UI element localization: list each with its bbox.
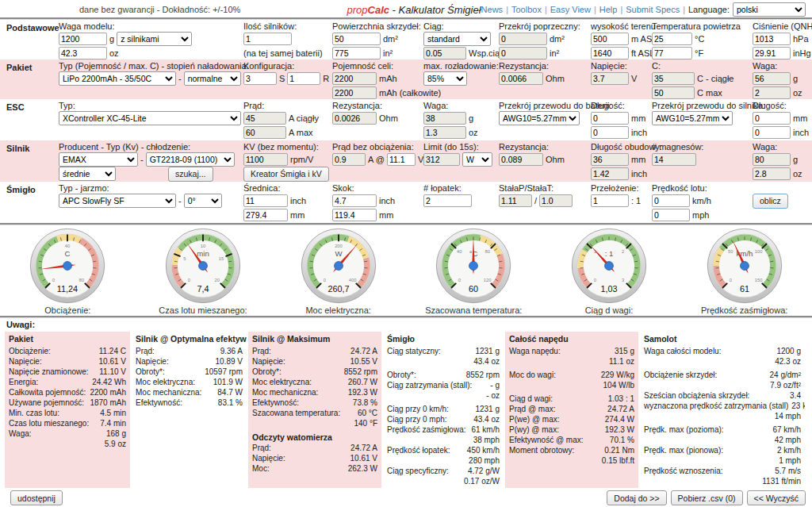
nav-link-toolbox[interactable]: Toolbox — [511, 5, 542, 14]
powierzchnia-skrzydel-input[interactable] — [332, 47, 381, 60]
waga-esc-input[interactable] — [423, 112, 466, 125]
waga-esc-label: Waga: — [423, 101, 499, 111]
limit-mocy-label: Limit (do 15s): — [423, 142, 499, 152]
temperatura-powietrza-input[interactable] — [652, 47, 692, 60]
clear-button[interactable]: << Wyczyść — [747, 490, 806, 505]
waga-pakietu-input[interactable] — [753, 72, 791, 85]
skok-input[interactable] — [332, 209, 377, 221]
limit-mocy-select[interactable]: W — [462, 152, 492, 167]
svg-text:10: 10 — [201, 244, 206, 248]
przelozenie-input[interactable] — [591, 194, 629, 207]
ciag-select[interactable]: standard — [423, 32, 491, 46]
kv-input[interactable] — [243, 153, 288, 166]
predkosc-lotu-input[interactable] — [652, 209, 690, 221]
przewod-baterii-select[interactable]: AWG10=5.27mm² — [499, 111, 580, 125]
form-row-pakiet: PakietTyp (Pojemność / max. C) - stopień… — [0, 60, 812, 99]
waga-silnika-input[interactable] — [753, 153, 791, 166]
prad-bez-obciazenia-input[interactable] — [332, 153, 366, 166]
dlugosc-przewodu-silnika-input[interactable] — [753, 112, 791, 125]
ciag-input[interactable] — [423, 47, 466, 60]
cisnienie-qnh-input[interactable] — [753, 47, 791, 60]
c-rating-input[interactable] — [652, 86, 695, 99]
nav-link-submit-specs[interactable]: Submit Specs — [626, 5, 680, 14]
nav-link-easy-view[interactable]: Easy View — [550, 5, 591, 14]
language-select[interactable]: polski — [733, 2, 806, 17]
rezystancja-pakietu-input[interactable] — [499, 72, 543, 85]
srednica-input[interactable] — [243, 209, 288, 221]
magnesy-input[interactable] — [652, 153, 696, 166]
stalap-stalat-input[interactable] — [539, 194, 573, 207]
producent-typ-select[interactable]: EMAX — [59, 152, 138, 167]
napiecie-celi-input[interactable] — [591, 72, 629, 85]
nav-link-help[interactable]: Help — [599, 5, 618, 14]
pojemnosc-celi-input[interactable] — [332, 86, 377, 99]
rezystancja-esc-input[interactable] — [332, 112, 377, 125]
stalap-stalat-input[interactable] — [499, 194, 532, 207]
typ-pakietu-select[interactable]: LiPo 2200mAh - 35/50C — [59, 71, 176, 86]
konfiguracja-input[interactable] — [287, 72, 320, 85]
przekroj-poprzeczny-input[interactable] — [499, 33, 547, 45]
srednica-input[interactable] — [243, 194, 288, 207]
result-value: 7.4 min — [100, 418, 126, 428]
dlugosc-przewodu-baterii-input[interactable] — [591, 112, 629, 125]
form-row-smiglo: ŚmigłoTyp - jarzmo:APC SlowFly SF-0°Śred… — [0, 182, 812, 223]
predkosc-lotu-input[interactable] — [652, 194, 690, 207]
waga-esc-input[interactable] — [423, 126, 466, 139]
pojemnosc-celi-input[interactable] — [332, 72, 377, 85]
producent-typ-select[interactable]: GT2218-09 (1100) — [146, 152, 235, 167]
c-rating-input[interactable] — [652, 72, 695, 85]
typ-smigla-select[interactable]: APC SlowFly SF — [59, 194, 176, 208]
max-rozladowanie-select[interactable]: 85% — [423, 71, 467, 86]
dlugosc-przewodu-baterii-input[interactable] — [591, 126, 629, 139]
przewod-silnika-select[interactable]: AWG10=5.27mm² — [652, 111, 733, 125]
wysokosc-terenu-input[interactable] — [591, 33, 629, 45]
share-button[interactable]: udostępnij — [10, 490, 63, 505]
waga-silnika-input[interactable] — [753, 167, 791, 180]
rezystancja-silnika-input[interactable] — [499, 153, 543, 166]
result-value: 10.61 V — [350, 453, 377, 463]
waga-pakietu-input[interactable] — [753, 86, 791, 99]
result-label: Prąd: — [136, 346, 155, 356]
skok-input[interactable] — [332, 194, 377, 207]
producent-typ-button[interactable]: szukaj... — [168, 167, 213, 182]
header-links: News|Toolbox|Easy View|Help|Submit Specs… — [481, 5, 688, 14]
waga-modelu-input[interactable] — [59, 47, 107, 60]
ilosc-silnikow-input[interactable] — [243, 33, 292, 45]
result-label: Moc do wagi: — [509, 370, 556, 380]
producent-typ-select[interactable]: średnie — [59, 167, 116, 181]
lopatki-input[interactable] — [423, 194, 472, 207]
oblicz-button[interactable]: oblicz — [753, 194, 788, 209]
konfiguracja-input[interactable] — [243, 72, 277, 85]
download-csv-button[interactable]: Pobierz .csv (0) — [671, 490, 743, 505]
kv-button[interactable]: Kreator Śmigła i kV — [243, 167, 329, 182]
add-to-button[interactable]: Dodaj do >> — [607, 490, 666, 505]
dlugosc-obudowy-input[interactable] — [591, 153, 629, 166]
wysokosc-terenu-input[interactable] — [591, 47, 629, 60]
typ-smigla-select[interactable]: 0° — [184, 194, 222, 208]
prad-esc-input[interactable] — [243, 126, 286, 139]
prad-bez-obciazenia-input[interactable] — [387, 153, 416, 166]
result-value: 1 mph — [779, 455, 801, 466]
group-max-rozladowanie: max. rozładowanie:85% — [423, 61, 499, 86]
temperatura-powietrza-input[interactable] — [652, 33, 692, 45]
nav-link-news[interactable]: News — [481, 5, 504, 14]
wysokosc-terenu-label: wysokość terenu — [591, 21, 652, 32]
powierzchnia-skrzydel-input[interactable] — [332, 33, 381, 45]
przekroj-poprzeczny-input[interactable] — [499, 47, 547, 60]
limit-mocy-input[interactable] — [423, 153, 460, 166]
field-line: g — [753, 152, 810, 167]
waga-modelu-select[interactable]: z silnikami — [117, 32, 192, 46]
dlugosc-przewodu-silnika-input[interactable] — [753, 126, 791, 139]
result-value: 24.72 A — [350, 443, 377, 453]
prad-esc-input[interactable] — [243, 112, 286, 125]
typ-pakietu-select[interactable]: normalne — [184, 71, 241, 86]
dlugosc-obudowy-input[interactable] — [591, 167, 629, 180]
waga-modelu-label: Waga modelu: — [59, 21, 243, 32]
typ-esc-select[interactable]: XController XC-45-Lite — [59, 111, 241, 125]
temperatura-powietrza-unit: °C — [695, 34, 704, 44]
waga-modelu-input[interactable] — [59, 33, 107, 45]
result-value: 2 km/h — [777, 445, 801, 455]
cisnienie-qnh-input[interactable] — [753, 33, 791, 45]
result-value: 192.3 W — [348, 387, 377, 398]
napiecie-celi-label: Napięcie: — [591, 61, 652, 71]
